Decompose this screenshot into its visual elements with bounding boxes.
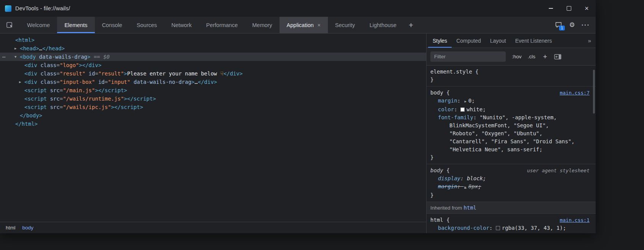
- code-token: ></div>: [79, 62, 101, 68]
- code-token: ></script>: [111, 104, 143, 110]
- more-options-button[interactable]: ···: [579, 19, 593, 32]
- sidebar-panel-icon: [554, 54, 561, 59]
- tree-row[interactable]: <html>: [0, 36, 426, 44]
- titlebar[interactable]: DevTools - file://wails/ ×: [0, 0, 596, 17]
- code-token: id: [95, 79, 104, 85]
- sidebar-tab-layout[interactable]: Layout: [486, 34, 511, 48]
- tab-memory[interactable]: Memory: [245, 17, 279, 33]
- sidebar-tab-computed[interactable]: Computed: [452, 34, 486, 48]
- rule-selector[interactable]: html: [430, 216, 443, 224]
- code-token: =: [60, 87, 63, 93]
- close-brace: }: [430, 232, 590, 233]
- rule-selector[interactable]: body: [430, 89, 443, 97]
- css-property-name: color: [438, 106, 454, 112]
- window-controls: ×: [542, 0, 596, 17]
- sidebar-tab-event-listeners[interactable]: Event Listeners: [511, 34, 557, 48]
- toolbar-right-icons: 1 ⚙ ···: [551, 17, 596, 33]
- inherited-node-link[interactable]: html: [463, 205, 476, 211]
- tab-performance[interactable]: Performance: [199, 17, 245, 33]
- feedback-button[interactable]: 1: [551, 19, 565, 32]
- rule-selector[interactable]: element.style: [430, 68, 472, 76]
- code-token: </body>: [20, 112, 42, 119]
- css-declaration[interactable]: background-color: rgba(33, 37, 43, 1);: [430, 224, 577, 232]
- styles-filter-input[interactable]: [430, 51, 506, 62]
- close-brace: }: [430, 154, 590, 162]
- css-property-value: white: [467, 106, 483, 112]
- tab-lighthouse[interactable]: Lighthouse: [362, 17, 404, 33]
- sidebar-tab-styles[interactable]: Styles: [428, 34, 452, 48]
- rule-selector[interactable]: body: [430, 167, 443, 175]
- expand-longhand-icon[interactable]: ▶: [464, 99, 466, 103]
- code-token: =: [60, 96, 63, 102]
- tab-welcome[interactable]: Welcome: [20, 17, 57, 33]
- tree-expand-arrow-icon[interactable]: ▶: [14, 44, 16, 53]
- code-token: =: [60, 104, 63, 110]
- tab-sources[interactable]: Sources: [129, 17, 164, 33]
- tab-elements[interactable]: Elements: [57, 17, 94, 33]
- css-property-name: margin: [438, 98, 457, 104]
- css-property-name: margin: [438, 183, 457, 189]
- style-rule: body {main.css:7margin: ▶0;color: white;…: [427, 87, 596, 164]
- code-token: class: [37, 62, 57, 68]
- tree-row[interactable]: <script src="/main.js"></script>: [0, 86, 426, 95]
- color-swatch-icon[interactable]: [496, 226, 500, 230]
- tab-label: Application: [287, 22, 314, 28]
- close-icon: ×: [585, 5, 589, 12]
- element-classes-button[interactable]: .cls: [528, 54, 535, 59]
- styles-scrollbar[interactable]: [593, 70, 595, 114]
- new-style-rule-button[interactable]: +: [543, 53, 547, 61]
- css-property-name: font-family: [438, 114, 473, 120]
- tab-application[interactable]: Application×: [280, 17, 328, 33]
- tab-security[interactable]: Security: [328, 17, 362, 33]
- inspect-element-button[interactable]: [3, 17, 17, 33]
- toggle-element-state-button[interactable]: :hov: [512, 54, 522, 59]
- css-declaration[interactable]: margin: ▶0;: [430, 97, 577, 106]
- css-declaration[interactable]: font-family: "Nunito", -apple-system, Bl…: [430, 114, 577, 154]
- node-menu-icon[interactable]: ⋯: [2, 53, 6, 61]
- tree-expand-arrow-icon[interactable]: ▶: [19, 78, 21, 86]
- stylesheet-link[interactable]: main.css:7: [560, 89, 590, 97]
- tree-row[interactable]: <div class="logo"></div>: [0, 61, 426, 69]
- code-token: ></script>: [124, 96, 156, 102]
- color-swatch-icon[interactable]: [460, 107, 465, 112]
- overflow-tabs-button[interactable]: »: [583, 34, 596, 48]
- breadcrumb-item-body[interactable]: body: [19, 224, 37, 232]
- tree-row[interactable]: <div class="result" id="result">Please e…: [0, 69, 426, 78]
- punctuation: :: [457, 183, 464, 189]
- stylesheet-link[interactable]: main.css:1: [560, 216, 590, 224]
- tree-row[interactable]: <script src="/wails/runtime.js"></script…: [0, 95, 426, 103]
- more-options-icon: ···: [582, 22, 590, 29]
- close-tab-icon[interactable]: ×: [318, 22, 321, 28]
- tree-row[interactable]: ▶<head>…</head>: [0, 44, 426, 53]
- settings-button[interactable]: ⚙: [565, 19, 579, 32]
- tab-network[interactable]: Network: [164, 17, 199, 33]
- css-declaration[interactable]: margin: ▶8px;: [430, 183, 577, 191]
- styles-toolbar: :hov .cls +: [427, 48, 596, 66]
- tab-label: Console: [102, 22, 122, 28]
- maximize-button[interactable]: [560, 0, 578, 17]
- computed-pane-toggle-button[interactable]: [554, 54, 561, 59]
- tree-row[interactable]: </html>: [0, 120, 426, 128]
- close-button[interactable]: ×: [578, 0, 596, 17]
- minimize-button[interactable]: [542, 0, 560, 17]
- code-token: =: [56, 62, 59, 68]
- expand-longhand-icon[interactable]: ▶: [464, 185, 466, 189]
- tree-row[interactable]: </body>: [0, 111, 426, 120]
- css-declaration[interactable]: color: white;: [430, 106, 577, 114]
- code-token: >: [124, 71, 127, 77]
- more-tools-button[interactable]: +: [404, 17, 418, 33]
- breadcrumb-item-html[interactable]: html: [2, 224, 19, 232]
- punctuation: ;: [483, 106, 486, 112]
- window-title: DevTools - file://wails/: [15, 5, 70, 11]
- tab-console[interactable]: Console: [95, 17, 129, 33]
- tree-row[interactable]: ⋯▼<body data-wails-drag> == $0: [0, 53, 426, 61]
- code-token: src: [47, 87, 60, 93]
- tree-row[interactable]: ▶<div class="input-box" id="input" data-…: [0, 78, 426, 86]
- open-brace: {: [472, 68, 479, 76]
- css-declaration[interactable]: display: block;: [430, 175, 577, 183]
- code-token: data-wails-no-drag: [130, 79, 191, 85]
- gear-icon: ⚙: [569, 21, 575, 29]
- code-token: </html>: [15, 121, 38, 127]
- tree-row[interactable]: <script src="/wails/ipc.js"></script>: [0, 103, 426, 111]
- tree-expand-arrow-icon[interactable]: ▼: [14, 53, 16, 61]
